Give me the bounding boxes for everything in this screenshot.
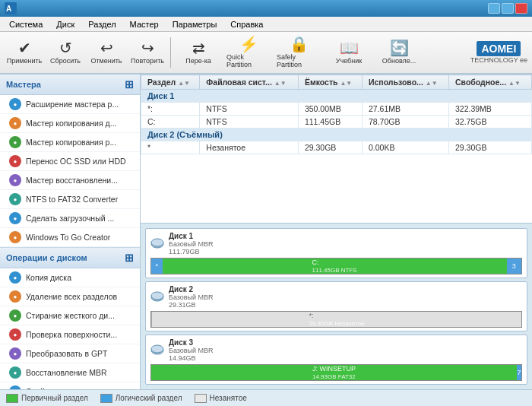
- table-column-header: Раздел ▲▼: [141, 75, 200, 90]
- sidebar-item[interactable]: ● Windows To Go Creator: [0, 228, 140, 247]
- sidebar-section-header: Операции с диском⊞: [0, 248, 140, 268]
- sidebar-item[interactable]: ● Мастер копирования д...: [0, 114, 140, 133]
- disk-vis-header: Диск 3 Базовый MBR 14.94GB: [150, 338, 522, 362]
- sidebar-item-icon: ●: [9, 366, 21, 379]
- sidebar-item-label: Свойства: [26, 387, 61, 389]
- sidebar-item-icon: ●: [9, 271, 21, 284]
- maximize-button[interactable]: [502, 3, 514, 14]
- toolbar-btn---------[interactable]: ↩Отменить: [87, 34, 126, 71]
- sidebar-section: Операции с диском⊞ ● Копия диска ● Удале…: [0, 248, 140, 389]
- disk-vis-title: Диск 2: [169, 285, 214, 293]
- sidebar-item[interactable]: ● Перенос ОС SSD или HDD: [0, 152, 140, 171]
- toolbar-btn----------[interactable]: ↪Повторить: [128, 34, 167, 71]
- sidebar-item-icon: ●: [9, 347, 21, 360]
- sidebar-item[interactable]: ● NTFS to FAT32 Converter: [0, 190, 140, 209]
- content-area: Раздел ▲▼Файловая сист... ▲▼Ёмкость ▲▼Ис…: [141, 75, 532, 389]
- table-row[interactable]: C:NTFS111.45GB78.70GB32.75GB: [141, 116, 532, 128]
- toolbar-btn---------[interactable]: ↺Сбросить: [46, 34, 85, 71]
- legend-item-unalloc: Незанятое: [195, 394, 247, 403]
- toolbar-btn----------[interactable]: ✔Применить: [5, 34, 44, 71]
- menu-item-мастер[interactable]: Мастер: [124, 18, 165, 30]
- disk-segment[interactable]: 3: [507, 259, 521, 274]
- disk-vis-size: 29.31GB: [169, 301, 214, 309]
- menubar: СистемаДискРазделМастерПараметрыСправка: [0, 17, 532, 32]
- toolbar-btn-----------[interactable]: 🔄Обновле...: [375, 34, 423, 71]
- disk-segment[interactable]: *: [151, 259, 163, 274]
- table-column-header: Ёмкость ▲▼: [298, 75, 362, 90]
- legend-label: Незанятое: [210, 394, 247, 402]
- sidebar-item-label: Windows To Go Creator: [26, 233, 110, 242]
- legend-color-logical: [100, 394, 112, 403]
- sidebar-item[interactable]: ● Свойства: [0, 382, 140, 389]
- statusbar: Первичный разделЛогический разделНезанят…: [0, 389, 532, 406]
- svg-point-3: [151, 239, 163, 246]
- legend-item-logical: Логический раздел: [100, 394, 182, 403]
- disk-vis-title: Диск 3: [169, 338, 214, 347]
- disk-segment[interactable]: *:29.30GB Незанятое: [151, 312, 521, 327]
- table-row[interactable]: *Незанятое29.30GB0.00KB29.30GB: [141, 141, 532, 154]
- table-row[interactable]: *:NTFS350.00MB27.61MB322.39MB: [141, 103, 532, 116]
- menu-item-справка[interactable]: Справка: [224, 18, 269, 30]
- menu-item-диск[interactable]: Диск: [50, 18, 81, 30]
- titlebar: A: [0, 0, 532, 17]
- disk-segment[interactable]: J: WINSETUP14.93GB FAT32: [151, 365, 517, 380]
- table-column-header: Файловая сист... ▲▼: [200, 75, 299, 90]
- toolbar-btn--------[interactable]: 📖Учебник: [325, 34, 373, 71]
- sidebar-item[interactable]: ● Сделать загрузочный ...: [0, 209, 140, 228]
- disk-visuals: Диск 1 Базовый MBR 111.79GB *C:111.45GB …: [141, 224, 532, 389]
- close-button[interactable]: [515, 3, 527, 14]
- table-body: Диск 1*:NTFS350.00MB27.61MB322.39MBC:NTF…: [141, 90, 532, 154]
- minimize-button[interactable]: [488, 3, 500, 14]
- disk-vis-title: Диск 1: [169, 232, 214, 240]
- menu-item-параметры[interactable]: Параметры: [166, 18, 223, 30]
- sidebar-item[interactable]: ● Расширение мастера р...: [0, 95, 140, 114]
- disk-bar: *:29.30GB Незанятое: [150, 311, 522, 328]
- sidebar-item[interactable]: ● Преобразовать в GPT: [0, 344, 140, 363]
- toolbar-btn--------[interactable]: ⇄Пере-ка: [174, 34, 223, 71]
- disk-segment[interactable]: C:111.45GB NTFS: [163, 259, 507, 274]
- partition-table-container: Раздел ▲▼Файловая сист... ▲▼Ёмкость ▲▼Ис…: [141, 75, 532, 224]
- sidebar-item-icon: ●: [9, 136, 21, 148]
- sidebar-item[interactable]: ● Стирание жесткого ди...: [0, 306, 140, 325]
- sidebar-item-label: Проверка поверхности...: [26, 330, 117, 339]
- disk-visual-disk3: Диск 3 Базовый MBR 14.94GB J: WINSETUP14…: [145, 335, 527, 385]
- sidebar-item[interactable]: ● Проверка поверхности...: [0, 325, 140, 344]
- disk-vis-header: Диск 1 Базовый MBR 111.79GB: [150, 232, 522, 255]
- disk-bar: J: WINSETUP14.93GB FAT327: [150, 364, 522, 381]
- table-column-header: Свободное... ▲▼: [449, 75, 532, 90]
- sidebar: Мастера⊞ ● Расширение мастера р... ● Мас…: [0, 75, 141, 389]
- svg-point-5: [151, 292, 163, 300]
- disk-vis-size: 14.94GB: [169, 354, 214, 362]
- sidebar-item[interactable]: ● Мастер восстановлени...: [0, 171, 140, 190]
- disk-icon: [150, 344, 164, 357]
- sidebar-item[interactable]: ● Мастер копирования р...: [0, 133, 140, 152]
- menu-item-раздел[interactable]: Раздел: [82, 18, 122, 30]
- disk-visual-disk1: Диск 1 Базовый MBR 111.79GB *C:111.45GB …: [145, 228, 527, 278]
- legend-item-primary: Первичный раздел: [6, 394, 88, 403]
- sidebar-item-label: NTFS to FAT32 Converter: [26, 195, 118, 204]
- sidebar-item[interactable]: ● Восстановление MBR: [0, 363, 140, 382]
- disk-visual-disk2: Диск 2 Базовый MBR 29.31GB *:29.30GB Нез…: [145, 281, 527, 331]
- sidebar-item-icon: ●: [9, 98, 21, 110]
- sidebar-item-label: Мастер копирования р...: [26, 138, 116, 147]
- sidebar-item[interactable]: ● Удаление всех разделов: [0, 287, 140, 306]
- legend-color-primary: [6, 394, 18, 403]
- svg-point-7: [151, 345, 163, 353]
- toolbar-btn-quick-partition[interactable]: ⚡Quick Partition: [224, 34, 273, 71]
- sidebar-item-label: Стирание жесткого ди...: [26, 311, 115, 320]
- toolbar: ✔Применить↺Сбросить↩Отменить↪Повторить⇄П…: [0, 32, 532, 75]
- sidebar-item[interactable]: ● Копия диска: [0, 268, 140, 287]
- disk-segment[interactable]: 7: [517, 365, 521, 380]
- window-controls: [488, 3, 527, 14]
- disk-group-header: Диск 2 (Съёмный): [141, 128, 532, 141]
- sidebar-section-header: Мастера⊞: [0, 75, 140, 95]
- sidebar-item-icon: ●: [9, 231, 21, 243]
- disk-vis-size: 111.79GB: [169, 248, 214, 255]
- menu-item-система[interactable]: Система: [3, 18, 49, 30]
- partition-table: Раздел ▲▼Файловая сист... ▲▼Ёмкость ▲▼Ис…: [141, 75, 532, 154]
- disk-vis-header: Диск 2 Базовый MBR 29.31GB: [150, 285, 522, 309]
- disk-icon: [150, 290, 164, 304]
- toolbar-btn-safely-partition[interactable]: 🔒Safely Partition: [274, 34, 323, 71]
- aomei-logo-box: AOMEI: [477, 41, 521, 56]
- sidebar-item-icon: ●: [9, 155, 21, 167]
